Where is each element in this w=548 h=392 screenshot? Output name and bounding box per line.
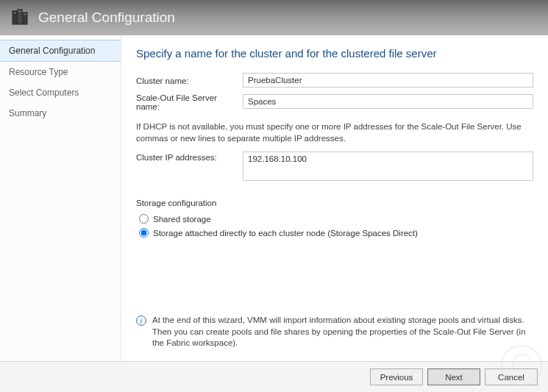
cluster-name-label: Cluster name: [136, 75, 243, 85]
storage-option-shared-label: Shared storage [153, 215, 211, 224]
storage-config-label: Storage configuration [136, 199, 533, 207]
storage-option-direct-label: Storage attached directly to each cluste… [153, 229, 418, 238]
cluster-ip-input[interactable] [243, 152, 533, 181]
sofs-name-input[interactable] [243, 94, 533, 109]
info-icon: i [136, 316, 146, 326]
page-heading: Specify a name for the cluster and for t… [136, 47, 533, 60]
storage-radio-direct[interactable] [139, 228, 149, 238]
storage-option-direct[interactable]: Storage attached directly to each cluste… [139, 228, 533, 238]
svg-rect-4 [18, 11, 21, 12]
storage-radio-shared[interactable] [139, 214, 149, 224]
server-cluster-icon [10, 7, 31, 28]
sidebar-item-select-computers[interactable]: Select Computers [0, 82, 121, 103]
sofs-name-label: Scale-Out File Server name: [136, 92, 243, 111]
wizard-steps-sidebar: General Configuration Resource Type Sele… [0, 35, 121, 361]
sidebar-item-general-configuration[interactable]: General Configuration [0, 40, 121, 62]
storage-option-shared[interactable]: Shared storage [139, 214, 533, 224]
cluster-ip-label: Cluster IP addresses: [136, 152, 243, 162]
cluster-ip-row: Cluster IP addresses: [136, 152, 533, 181]
sofs-name-row: Scale-Out File Server name: [136, 92, 533, 111]
footer-bar: Previous Next Cancel [0, 361, 548, 392]
header-bar: General Configuration [0, 0, 548, 35]
cluster-name-input[interactable] [243, 73, 533, 88]
cluster-name-row: Cluster name: [136, 73, 533, 88]
svg-rect-5 [24, 14, 26, 15]
body-container: General Configuration Resource Type Sele… [0, 35, 548, 361]
header-title: General Configuration [38, 10, 175, 26]
next-button[interactable]: Next [427, 368, 480, 385]
sidebar-item-summary[interactable]: Summary [0, 103, 121, 124]
dhcp-hint-text: If DHCP is not available, you must speci… [136, 121, 533, 144]
info-note: i At the end of this wizard, VMM will im… [136, 315, 533, 354]
svg-rect-3 [13, 13, 16, 13]
info-text: At the end of this wizard, VMM will impo… [152, 315, 533, 349]
sidebar-item-resource-type[interactable]: Resource Type [0, 62, 121, 82]
cancel-button[interactable]: Cancel [485, 368, 538, 385]
main-panel: Specify a name for the cluster and for t… [121, 35, 548, 361]
previous-button[interactable]: Previous [370, 368, 423, 385]
